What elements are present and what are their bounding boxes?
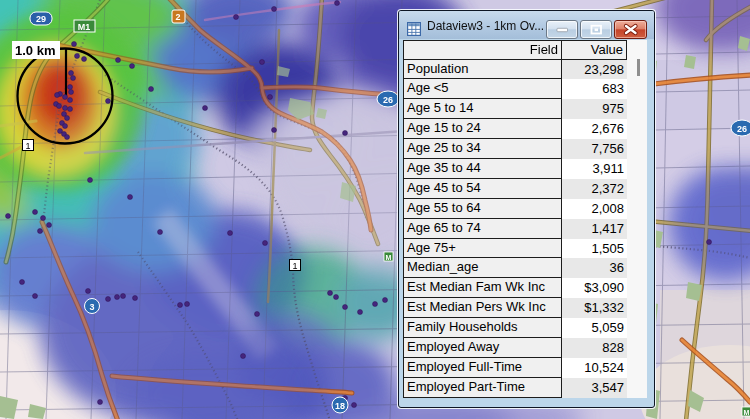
svg-text:M: M [744,409,750,416]
svg-text:1.0 km: 1.0 km [15,43,55,58]
svg-text:26: 26 [737,124,747,134]
svg-text:29: 29 [36,14,46,24]
svg-text:18: 18 [335,401,345,411]
svg-text:1: 1 [25,141,30,151]
svg-text:26: 26 [383,95,393,105]
svg-text:M1: M1 [78,22,91,32]
svg-text:M: M [386,254,392,261]
svg-text:2: 2 [175,12,180,22]
svg-text:3: 3 [89,302,94,312]
svg-text:1: 1 [292,261,297,271]
